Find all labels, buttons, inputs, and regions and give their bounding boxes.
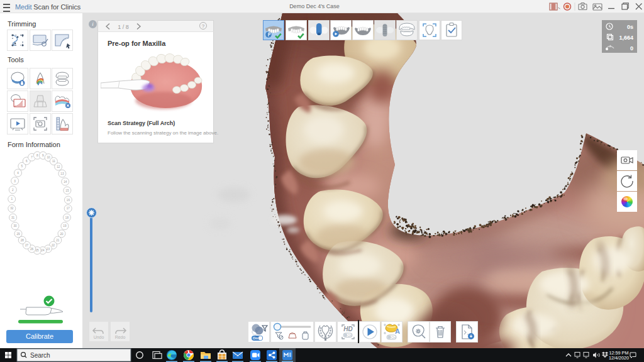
svg-text:18: 18 bbox=[65, 216, 69, 219]
svg-text:28: 28 bbox=[21, 239, 25, 242]
svg-text:9: 9 bbox=[42, 154, 44, 157]
svg-text:1 / 8: 1 / 8 bbox=[118, 24, 129, 30]
svg-text:21: 21 bbox=[56, 239, 60, 242]
svg-text:Undo: Undo bbox=[94, 335, 104, 339]
svg-text:1,664: 1,664 bbox=[619, 35, 633, 41]
svg-text:12/4/2020: 12/4/2020 bbox=[609, 355, 629, 361]
svg-text:0: 0 bbox=[630, 45, 633, 52]
svg-text:12: 12 bbox=[57, 165, 60, 168]
svg-text:Redo: Redo bbox=[115, 335, 126, 339]
svg-text:On: On bbox=[253, 336, 258, 340]
svg-text:14: 14 bbox=[64, 180, 67, 184]
svg-text:29: 29 bbox=[16, 233, 20, 236]
svg-text:24: 24 bbox=[41, 249, 45, 252]
svg-text:31: 31 bbox=[11, 216, 15, 219]
svg-text:0s: 0s bbox=[627, 24, 633, 30]
svg-text:HD: HD bbox=[343, 326, 352, 332]
svg-text:A: A bbox=[395, 327, 400, 335]
svg-text:7: 7 bbox=[31, 156, 33, 159]
svg-text:8: 8 bbox=[36, 154, 38, 157]
svg-text:26: 26 bbox=[30, 248, 34, 251]
svg-text:10: 10 bbox=[47, 156, 51, 159]
svg-text:On: On bbox=[391, 336, 396, 339]
svg-text:23: 23 bbox=[47, 248, 50, 251]
svg-text:11: 11 bbox=[52, 160, 55, 163]
svg-text:17: 17 bbox=[67, 207, 70, 210]
svg-text:16: 16 bbox=[67, 199, 70, 202]
svg-text:3: 3 bbox=[14, 180, 16, 183]
svg-text:13: 13 bbox=[60, 172, 64, 175]
svg-text:25: 25 bbox=[36, 249, 40, 252]
svg-text:6: 6 bbox=[26, 160, 28, 163]
svg-text:27: 27 bbox=[25, 244, 29, 247]
svg-text:30: 30 bbox=[14, 224, 18, 228]
svg-text:19: 19 bbox=[63, 224, 67, 228]
svg-text:32: 32 bbox=[10, 207, 14, 210]
svg-text:Search: Search bbox=[30, 352, 50, 359]
svg-text:4: 4 bbox=[17, 172, 19, 175]
svg-text:15: 15 bbox=[65, 189, 69, 192]
svg-text:22: 22 bbox=[52, 244, 55, 247]
svg-text:1: 1 bbox=[11, 197, 13, 200]
svg-text:5: 5 bbox=[21, 165, 23, 168]
svg-text:Off: Off bbox=[348, 334, 352, 337]
svg-text:20: 20 bbox=[60, 233, 64, 236]
svg-text:2: 2 bbox=[12, 189, 14, 192]
